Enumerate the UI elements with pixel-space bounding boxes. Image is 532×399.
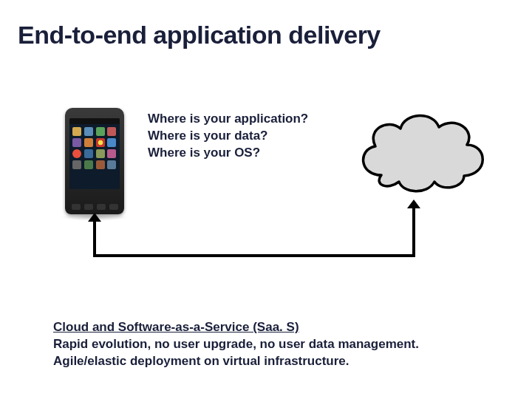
app-icon <box>72 127 81 136</box>
cloud-icon <box>352 105 492 204</box>
question-data: Where is your data? <box>148 128 308 145</box>
connector-vertical-left <box>93 219 96 257</box>
footer-line-2: Agile/elastic deployment on virtual infr… <box>53 353 419 370</box>
phone-nav-btn <box>109 204 118 210</box>
app-icon <box>84 138 93 147</box>
phone-nav-buttons <box>69 202 120 211</box>
app-icon <box>107 138 116 147</box>
phone-body <box>65 108 124 214</box>
phone-nav-btn <box>72 204 81 210</box>
app-icon <box>84 160 93 169</box>
app-icon <box>72 149 81 158</box>
app-icon <box>96 127 105 136</box>
footer-block: Cloud and Software-as-a-Service (Saa. S)… <box>53 319 419 370</box>
phone-screen <box>69 118 120 189</box>
phone-app-grid <box>69 124 120 172</box>
app-icon <box>107 149 116 158</box>
connector-vertical-right <box>412 207 415 257</box>
app-icon <box>84 149 93 158</box>
app-icon <box>72 138 81 147</box>
arrowhead-to-phone <box>88 213 101 222</box>
app-icon <box>107 127 116 136</box>
slide-title: End-to-end application delivery <box>18 21 381 50</box>
phone-nav-btn <box>97 204 106 210</box>
cloud-svg <box>352 105 492 201</box>
app-icon <box>96 160 105 169</box>
phone-statusbar <box>69 118 120 124</box>
question-application: Where is your application? <box>148 111 308 128</box>
app-icon <box>72 160 81 169</box>
arrowhead-to-cloud <box>407 200 420 208</box>
phone-nav-btn <box>84 204 93 210</box>
app-icon <box>96 149 105 158</box>
app-icon <box>96 138 105 147</box>
app-icon <box>107 160 116 169</box>
smartphone-icon <box>65 108 124 219</box>
footer-heading: Cloud and Software-as-a-Service (Saa. S) <box>53 319 419 336</box>
question-block: Where is your application? Where is your… <box>148 111 308 162</box>
app-icon <box>84 127 93 136</box>
question-os: Where is your OS? <box>148 145 308 162</box>
connector-horizontal <box>95 254 414 257</box>
footer-line-1: Rapid evolution, no user upgrade, no use… <box>53 336 419 353</box>
